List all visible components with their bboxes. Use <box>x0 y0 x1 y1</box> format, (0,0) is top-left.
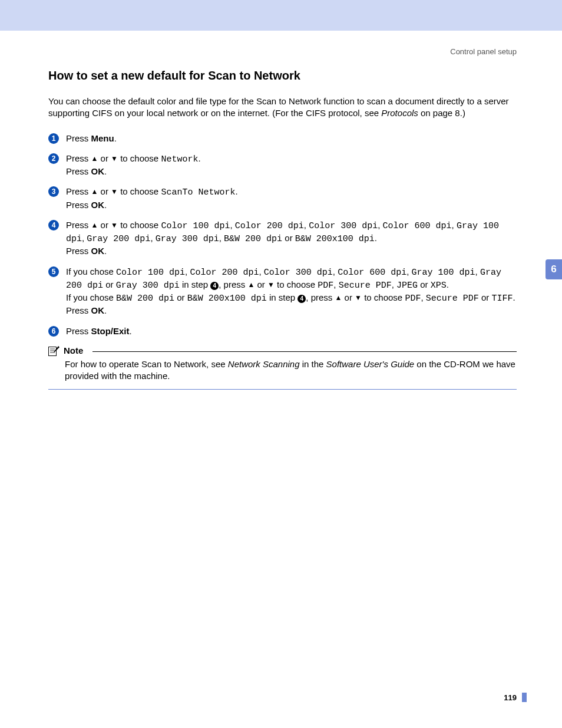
s5f3: JPEG <box>396 281 418 291</box>
s3e: Press <box>66 200 91 210</box>
s3d: . <box>235 186 237 196</box>
s5a: If you chose <box>66 266 116 276</box>
s3f: . <box>104 200 107 210</box>
s5d: or <box>254 279 267 289</box>
s5dot: . <box>447 279 449 289</box>
s5f2: Secure PDF <box>339 281 392 291</box>
step-4: Press ▲ or ▼ to choose Color 100 dpi, Co… <box>48 219 517 258</box>
s4-o4: Color 600 dpi <box>383 221 452 231</box>
s6dot: . <box>130 326 132 336</box>
step-1: Press Menu. <box>48 133 517 144</box>
s4e: Press <box>66 246 91 256</box>
s5o2: Color 200 dpi <box>190 268 259 278</box>
step1-dot: . <box>114 133 117 143</box>
down-arrow-icon: ▼ <box>111 220 118 230</box>
s5e: to choose <box>275 279 318 289</box>
up-arrow-icon: ▲ <box>247 280 254 289</box>
s5m: . <box>104 305 107 315</box>
down-arrow-icon: ▼ <box>355 293 362 302</box>
up-arrow-icon: ▲ <box>91 154 98 163</box>
s5c: , press <box>219 279 247 289</box>
steps-list: Press Menu. Press ▲ or ▼ to choose Netwo… <box>48 133 517 337</box>
s4d: . <box>375 233 377 243</box>
section-title: How to set a new default for Scan to Net… <box>48 69 517 83</box>
note-block: Note For how to operate Scan to Network,… <box>48 345 517 390</box>
s4-ok: OK <box>91 246 105 256</box>
s2f: . <box>104 166 107 176</box>
s4f: . <box>104 246 107 256</box>
s5o3: Color 300 dpi <box>264 268 333 278</box>
breadcrumb: Control panel setup <box>0 31 562 56</box>
note-b: in the <box>300 359 326 369</box>
s5k: to choose <box>362 292 405 302</box>
note-i1: Network Scanning <box>228 359 300 369</box>
s2d: . <box>198 153 200 163</box>
s5i: , press <box>306 292 335 302</box>
note-rule <box>92 351 517 352</box>
s4-o6: Gray 200 dpi <box>87 234 150 244</box>
s5o4: Color 600 dpi <box>338 268 406 278</box>
down-arrow-icon: ▼ <box>111 187 118 196</box>
step-3: Press ▲ or ▼ to choose ScanTo Network. P… <box>48 186 517 211</box>
s5o8: B&W 200 dpi <box>116 294 174 304</box>
s3b: or <box>98 186 111 196</box>
top-accent-band <box>0 0 562 31</box>
step-2: Press ▲ or ▼ to choose Network. Press OK… <box>48 153 517 178</box>
s5f7: TIFF <box>491 294 513 304</box>
note-body: For how to operate Scan to Network, see … <box>48 356 517 390</box>
s5h: in step <box>267 292 298 302</box>
s2-ok: OK <box>91 166 105 176</box>
s4-o7: Gray 300 dpi <box>156 234 219 244</box>
s6a: Press <box>66 326 91 336</box>
s4-o1: Color 100 dpi <box>161 221 230 231</box>
step-ref-4-icon: 4 <box>297 295 306 303</box>
s2e: Press <box>66 166 91 176</box>
step-6: Press Stop/Exit. <box>48 325 517 337</box>
step1-menu: Menu <box>91 133 114 143</box>
note-a: For how to operate Scan to Network, see <box>65 359 228 369</box>
s3c: to choose <box>118 186 161 196</box>
s4c: to choose <box>118 220 161 230</box>
step-5: If you chose Color 100 dpi, Color 200 dp… <box>48 266 517 317</box>
down-arrow-icon: ▼ <box>111 154 118 163</box>
s5o7: Gray 300 dpi <box>116 281 180 291</box>
s5j: or <box>342 292 355 302</box>
s3-ok: OK <box>91 200 105 210</box>
s5o9: B&W 200x100 dpi <box>187 294 267 304</box>
s2a: Press <box>66 153 91 163</box>
s5g: If you chose <box>66 292 116 302</box>
note-label: Note <box>64 345 83 355</box>
s4-o8: B&W 200 dpi <box>224 234 282 244</box>
s5o5: Gray 100 dpi <box>412 268 475 278</box>
chapter-tab: 6 <box>546 259 562 279</box>
s5f5: PDF <box>405 294 421 304</box>
note-pencil-icon <box>48 345 60 356</box>
s4-o3: Color 300 dpi <box>309 221 378 231</box>
step-ref-4-icon: 4 <box>210 282 219 290</box>
s4-o9: B&W 200x100 dpi <box>295 234 375 244</box>
s5or3: or <box>174 292 187 302</box>
s6-stopexit: Stop/Exit <box>91 326 130 336</box>
s5b: in step <box>180 279 211 289</box>
up-arrow-icon: ▲ <box>335 293 342 302</box>
step1-text: Press <box>66 133 91 143</box>
s5dot2: . <box>513 292 515 302</box>
up-arrow-icon: ▲ <box>91 187 98 196</box>
up-arrow-icon: ▲ <box>91 220 98 230</box>
page-number: 119 <box>504 693 517 702</box>
footer-accent <box>522 693 527 702</box>
s5or: or <box>103 279 116 289</box>
s4-or: or <box>282 233 295 243</box>
intro-italic: Protocols <box>381 108 418 118</box>
s4b: or <box>98 220 111 230</box>
s5f6: Secure PDF <box>426 294 479 304</box>
s2c: to choose <box>118 153 161 163</box>
down-arrow-icon: ▼ <box>267 280 275 289</box>
s5l: Press <box>66 305 91 315</box>
s3-scanto: ScanTo Network <box>161 187 235 197</box>
s4a: Press <box>66 220 91 230</box>
s5-ok: OK <box>91 305 105 315</box>
s3a: Press <box>66 186 91 196</box>
s5o1: Color 100 dpi <box>116 268 185 278</box>
intro-paragraph: You can choose the default color and fil… <box>48 95 517 120</box>
